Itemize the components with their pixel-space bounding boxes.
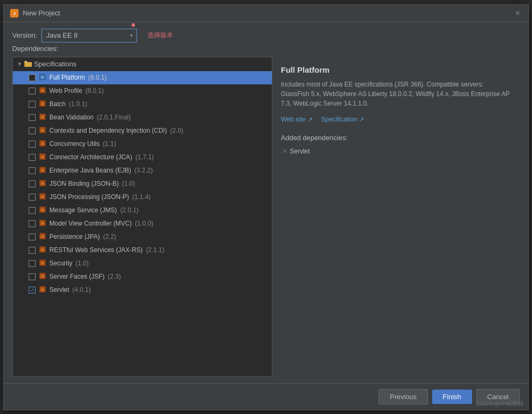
dependency-icon: ⊞ <box>39 113 46 122</box>
dependency-checkbox[interactable] <box>29 247 36 254</box>
dependency-checkbox[interactable] <box>29 273 36 280</box>
svg-text:⊞: ⊞ <box>41 235 44 238</box>
dependency-name: Web Profile <box>49 87 82 94</box>
dependency-checkbox[interactable]: ✓ <box>29 287 36 294</box>
svg-text:⊞: ⊞ <box>41 75 44 79</box>
specification-link[interactable]: Specification ↗ <box>321 116 364 123</box>
dependency-icon: ⊞ <box>39 73 46 82</box>
version-select[interactable]: Java EE 7 Java EE 8 Jakarta EE 8 Jakarta… <box>41 29 137 42</box>
dependency-checkbox[interactable] <box>29 220 36 227</box>
dependency-checkbox[interactable] <box>29 167 36 174</box>
tree-item[interactable]: ⊞Connector Architecture (JCA) (1.7.1) <box>13 151 272 164</box>
version-select-wrapper: Java EE 7 Java EE 8 Jakarta EE 8 Jakarta… <box>41 29 137 42</box>
dependency-checkbox[interactable] <box>29 141 36 148</box>
tree-item[interactable]: ⊞RESTful Web Services (JAX-RS) (2.1.1) <box>13 244 272 257</box>
tree-item[interactable]: ⊞Enterprise Java Beans (EJB) (3.2.2) <box>13 164 272 177</box>
expand-arrow-icon: ▼ <box>17 61 22 67</box>
detail-title: Full Platform <box>281 65 511 74</box>
svg-text:⊞: ⊞ <box>41 142 44 145</box>
dependency-checkbox[interactable] <box>29 207 36 214</box>
dependency-icon: ⊞ <box>39 179 46 188</box>
version-row: Version: Java EE 7 Java EE 8 Jakarta EE … <box>12 29 520 42</box>
dependency-checkbox[interactable] <box>29 180 36 187</box>
tree-item[interactable]: ⊞Bean Validation (2.0.1.Final) <box>13 111 272 124</box>
dependency-icon: ⊞ <box>39 259 46 268</box>
dialog-content: Version: Java EE 7 Java EE 8 Jakarta EE … <box>4 22 528 383</box>
dependency-checkbox[interactable] <box>29 154 36 161</box>
svg-text:⊞: ⊞ <box>41 155 44 159</box>
dependency-version: (2.0.1.Final) <box>97 114 131 121</box>
dependency-icon: ⊞ <box>39 246 46 255</box>
tree-item[interactable]: ⊞Concurrency Utils (1.1) <box>13 137 272 151</box>
dependency-checkbox[interactable] <box>29 234 36 240</box>
dependency-version: (1.0) <box>75 260 89 267</box>
dependency-name: Persistence (JPA) <box>49 233 100 240</box>
dependency-version: (1.0.1) <box>69 100 88 108</box>
svg-text:⊞: ⊞ <box>41 274 44 278</box>
dependency-version: (1.0.0) <box>135 220 153 227</box>
specifications-label: Specifications <box>34 60 76 68</box>
dependency-checkbox[interactable] <box>29 101 36 108</box>
svg-text:⊞: ⊞ <box>41 208 44 212</box>
dependency-icon: ⊞ <box>39 286 46 295</box>
svg-text:⊞: ⊞ <box>41 89 44 92</box>
folder-icon <box>24 60 32 68</box>
tree-item[interactable]: ⊞Full Platform (8.0.1) <box>13 71 272 84</box>
dependency-name: JSON Processing (JSON-P) <box>49 193 129 201</box>
dependency-name: Servlet <box>49 286 69 294</box>
dependency-icon: ⊞ <box>39 193 46 202</box>
dependency-checkbox[interactable] <box>29 127 36 134</box>
dependency-version: (2.3) <box>108 273 121 280</box>
svg-rect-4 <box>24 61 27 63</box>
close-button[interactable]: × <box>513 9 522 18</box>
dependency-checkbox[interactable] <box>29 74 36 81</box>
svg-text:J: J <box>13 11 15 16</box>
title-bar-left: J New Project <box>10 9 60 18</box>
new-project-dialog: J New Project × Version: Java EE 7 Java … <box>3 4 529 410</box>
tree-item[interactable]: ⊞Message Service (JMS) (2.0.1) <box>13 204 272 217</box>
dependency-checkbox[interactable] <box>29 88 36 94</box>
svg-text:⊞: ⊞ <box>41 248 44 252</box>
tree-item[interactable]: ⊞JSON Binding (JSON-B) (1.0) <box>13 177 272 191</box>
dependency-name: Concurrency Utils <box>49 140 100 148</box>
dependency-name: Full Platform <box>49 74 85 81</box>
specifications-group-header[interactable]: ▼ Specifications <box>13 57 272 71</box>
detail-panel: Full Platform Includes most of Java EE s… <box>272 57 520 377</box>
tree-item[interactable]: ⊞JSON Processing (JSON-P) (1.1.4) <box>13 191 272 204</box>
watermark: CSDN @不枇楼梯 <box>476 400 524 408</box>
dependency-name: Bean Validation <box>49 114 93 121</box>
tree-item[interactable]: ⊞Server Faces (JSF) (2.3) <box>13 270 272 283</box>
dependency-version: (4.0.1) <box>72 286 91 294</box>
website-link[interactable]: Web site ↗ <box>281 116 313 123</box>
tree-item[interactable]: ⊞Web Profile (8.0.1) <box>13 84 272 98</box>
tree-items-container: ⊞Full Platform (8.0.1)⊞Web Profile (8.0.… <box>13 71 272 297</box>
dependency-icon: ⊞ <box>39 140 46 149</box>
dependency-version: (1.7.1) <box>135 153 154 161</box>
remove-dep-button[interactable]: × <box>283 148 287 155</box>
dependency-checkbox[interactable] <box>29 194 36 201</box>
dependency-version: (3.2.2) <box>134 167 153 174</box>
tree-item[interactable]: ⊞Model View Controller (MVC) (1.0.0) <box>13 217 272 230</box>
detail-description: Includes most of Java EE specifications … <box>281 80 511 108</box>
tree-item[interactable]: ⊞Persistence (JPA) (2.2) <box>13 230 272 244</box>
dependency-icon: ⊞ <box>39 153 46 162</box>
tree-item[interactable]: ⊞Batch (1.0.1) <box>13 98 272 111</box>
dependency-checkbox[interactable] <box>29 114 36 121</box>
tree-item[interactable]: ⊞Contexts and Dependency Injection (CDI)… <box>13 124 272 137</box>
dependency-name: Contexts and Dependency Injection (CDI) <box>49 127 167 134</box>
dependency-name: JSON Binding (JSON-B) <box>49 180 119 187</box>
svg-text:⊞: ⊞ <box>41 128 44 132</box>
svg-text:⊞: ⊞ <box>41 182 44 185</box>
svg-text:⊞: ⊞ <box>41 195 44 199</box>
tree-item[interactable]: ✓⊞Servlet (4.0.1) <box>13 283 272 297</box>
dependency-icon: ⊞ <box>39 87 46 96</box>
dependency-version: (2.0) <box>170 127 183 134</box>
tree-item[interactable]: ⊞Security (1.0) <box>13 257 272 270</box>
dependency-name: Message Service (JMS) <box>49 206 117 214</box>
dependency-checkbox[interactable] <box>29 260 36 267</box>
dependency-name: RESTful Web Services (JAX-RS) <box>49 246 143 254</box>
finish-button[interactable]: Finish <box>432 390 472 404</box>
previous-button[interactable]: Previous <box>379 389 428 404</box>
main-panel: ▼ Specifications ⊞Full Platform (8.0. <box>12 57 520 377</box>
dependency-version: (2.1.1) <box>146 246 165 254</box>
